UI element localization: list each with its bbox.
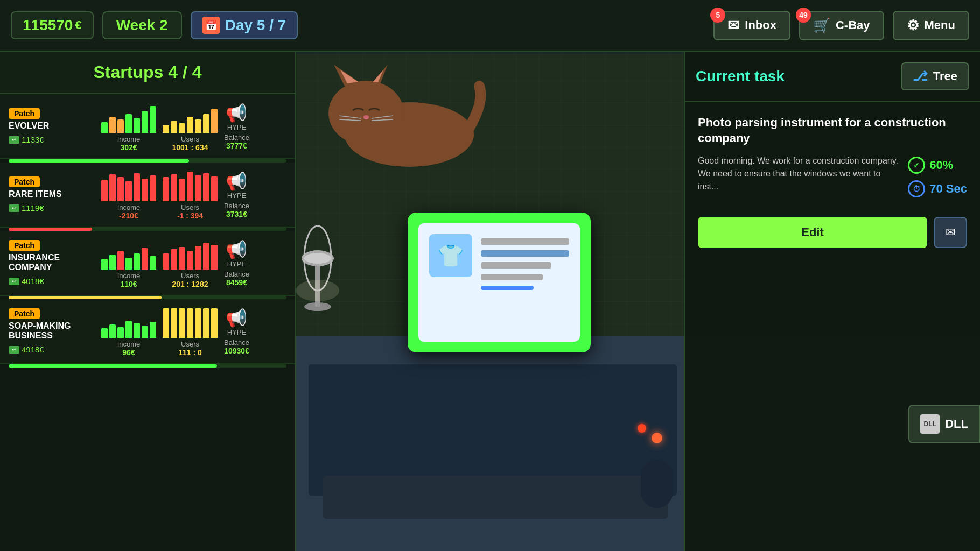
bar: [171, 308, 177, 338]
menu-button[interactable]: ⚙ Menu: [893, 11, 969, 40]
balance-chart-3: 📢 HYPE Balance 8459€: [224, 239, 249, 287]
edit-button[interactable]: Edit: [698, 217, 927, 248]
patch-badge-2[interactable]: Patch: [9, 176, 40, 187]
startup-name-2: RARE ITEMS: [9, 189, 95, 199]
bar: [101, 180, 108, 201]
bar: [195, 175, 201, 201]
users-value-3: 201 : 1282: [172, 280, 208, 288]
bar: [203, 243, 209, 270]
income-label-2: Income: [117, 203, 141, 211]
startup-name-3: INSURANCE COMPANY: [9, 253, 95, 272]
panel-header: Startups 4 / 4: [0, 52, 295, 94]
income-label-4: Income: [117, 340, 141, 348]
mail-icon: ✉: [727, 17, 739, 34]
tree-button[interactable]: ⎇ Tree: [901, 62, 969, 90]
balance-label-3: Balance: [224, 270, 249, 278]
task-popup: 👕: [408, 213, 591, 352]
bar: [125, 114, 132, 133]
bar: [171, 121, 177, 133]
startup-card-insurance: Patch INSURANCE COMPANY ↩ 4018€ Income 1…: [0, 231, 295, 296]
users-chart-1: Users 1001 : 634: [163, 101, 218, 152]
hype-icon-4: 📢: [226, 308, 247, 328]
bar: [187, 308, 193, 338]
mouse: [641, 460, 673, 508]
income-bars-3: [101, 237, 156, 270]
hype-icon-1: 📢: [226, 103, 247, 123]
income-chart-1: Income 302€: [101, 101, 156, 152]
balance-chart-2: 📢 HYPE Balance 3731€: [224, 171, 249, 218]
line1: [481, 238, 569, 245]
menu-label: Menu: [925, 18, 955, 32]
hype-label-4: HYPE: [227, 328, 246, 336]
bar: [211, 245, 218, 270]
svg-point-1: [328, 81, 404, 145]
hype-icon-2: 📢: [226, 171, 247, 192]
cat-decoration: [302, 59, 495, 167]
week-label: Week 2: [116, 17, 168, 33]
bar: [125, 258, 132, 270]
bar: [179, 123, 185, 133]
bar: [163, 253, 169, 270]
patch-badge-3[interactable]: Patch: [9, 240, 40, 251]
income-chart-3: Income 110€: [101, 237, 156, 288]
line4: [481, 274, 543, 280]
hype-label-2: HYPE: [227, 192, 246, 200]
users-bars-1: [163, 101, 218, 133]
balance-value-3: 8459€: [226, 278, 247, 287]
progress-stat: ✓ 60%: [908, 157, 967, 174]
inbox-button[interactable]: 5 ✉ Inbox: [713, 11, 790, 40]
bar: [150, 256, 156, 270]
hype-icon-3: 📢: [226, 239, 247, 260]
task-desc: Good morning. We work for a construction…: [698, 154, 899, 193]
line5: [481, 286, 534, 290]
bar: [163, 308, 169, 338]
startup-card-rare: Patch RARE ITEMS ↩ 1119€ Income -210€: [0, 163, 295, 228]
balance-label-4: Balance: [224, 338, 249, 347]
bar: [187, 117, 193, 133]
popup-card: 👕: [418, 223, 580, 342]
task-name: Photo parsing instrument for a construct…: [698, 115, 967, 146]
patch-badge-4[interactable]: Patch: [9, 308, 40, 319]
current-task-label: Current task: [696, 68, 785, 85]
bar: [134, 118, 140, 133]
bar: [142, 179, 148, 201]
tree-icon: ⎇: [913, 69, 928, 84]
bar: [125, 321, 132, 338]
task-header: Current task ⎇ Tree: [685, 52, 980, 102]
gear-icon: ⚙: [907, 17, 919, 34]
income-value-2: -210€: [119, 211, 138, 220]
shirt-icon: 👕: [429, 234, 472, 277]
patch-badge-1[interactable]: Patch: [9, 108, 40, 119]
startup-cost-3: ↩ 4018€: [9, 277, 95, 286]
bar: [134, 173, 140, 201]
progress-value: 60%: [929, 158, 953, 172]
inbox-label: Inbox: [745, 18, 776, 32]
line3: [481, 262, 551, 269]
hype-section-2: 📢 HYPE: [226, 171, 247, 200]
mail-action-button[interactable]: ✉: [934, 217, 967, 248]
balance-label-2: Balance: [224, 202, 249, 210]
startup-left-rare: Patch RARE ITEMS ↩ 1119€: [9, 176, 95, 213]
calendar-icon: 📅: [202, 17, 220, 34]
bar: [134, 253, 140, 270]
bar: [179, 179, 185, 201]
right-panel: Current task ⎇ Tree Photo parsing instru…: [684, 52, 980, 551]
balance-label-1: Balance: [224, 133, 249, 142]
progress-circle: ✓: [908, 157, 925, 174]
bar: [163, 177, 169, 201]
bar: [117, 251, 124, 270]
keyboard: [323, 476, 668, 519]
time-value: 70 Sec: [929, 182, 967, 196]
users-bars-4: [163, 306, 218, 338]
dll-button[interactable]: DLL DLL: [908, 405, 980, 443]
bar: [187, 251, 193, 270]
light2: [638, 424, 646, 433]
bar: [195, 246, 201, 270]
cbay-button[interactable]: 49 🛒 C-Bay: [799, 11, 884, 40]
startup-left-insurance: Patch INSURANCE COMPANY ↩ 4018€: [9, 240, 95, 286]
day-label: Day 5 / 7: [225, 17, 286, 34]
users-label-1: Users: [181, 135, 199, 143]
dll-icon: DLL: [920, 414, 940, 434]
startup-card-evolver: Patch EVOLVER ↩ 1133€ Income 302€: [0, 94, 295, 159]
progress-4: [9, 364, 286, 368]
